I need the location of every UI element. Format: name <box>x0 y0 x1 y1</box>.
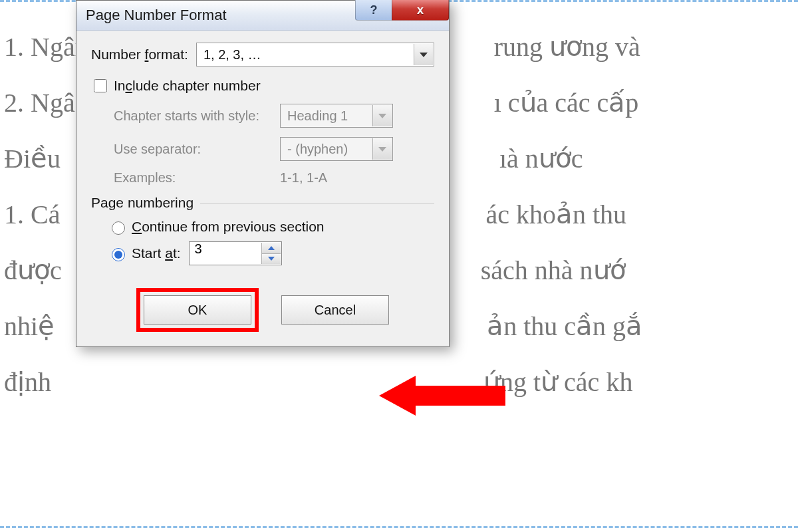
continue-label: Continue from previous section <box>132 219 324 235</box>
start-at-spinner[interactable] <box>189 241 282 265</box>
examples-label: Examples: <box>114 170 280 186</box>
close-icon: x <box>417 3 424 17</box>
number-format-label: Number format: <box>91 47 188 63</box>
page-numbering-header: Page numbering <box>91 195 194 211</box>
separator-label: Use separator: <box>114 142 280 157</box>
svg-marker-0 <box>379 376 505 416</box>
chapter-style-value: Heading 1 <box>281 108 354 124</box>
include-chapter-label: Include chapter number <box>114 78 261 94</box>
help-button[interactable]: ? <box>355 0 392 21</box>
start-at-input[interactable] <box>190 242 267 255</box>
chevron-down-icon[interactable] <box>414 44 433 65</box>
start-at-label: Start at: <box>132 245 181 261</box>
ok-highlight: OK <box>136 288 259 332</box>
chapter-style-combo: Heading 1 <box>280 104 393 128</box>
number-format-combo[interactable]: 1, 2, 3, … <box>196 43 434 66</box>
chapter-style-label: Chapter starts with style: <box>114 108 280 124</box>
dialog-title: Page Number Format <box>76 7 227 24</box>
spin-down-button[interactable] <box>262 254 281 265</box>
page-number-format-dialog: Page Number Format ? x Number format: 1,… <box>76 0 450 347</box>
chapter-options: Chapter starts with style: Heading 1 Use… <box>91 104 434 186</box>
chevron-down-icon <box>372 105 392 126</box>
start-at-radio[interactable] <box>112 248 125 261</box>
examples-value: 1-1, 1-A <box>280 170 327 186</box>
arrow-left-icon <box>379 372 512 419</box>
chevron-down-icon <box>372 138 392 160</box>
spin-up-button[interactable] <box>262 243 281 254</box>
separator-value: - (hyphen) <box>281 142 354 157</box>
separator-combo: - (hyphen) <box>280 137 393 161</box>
divider <box>200 203 434 203</box>
continue-radio[interactable] <box>112 221 125 235</box>
help-icon: ? <box>370 3 378 17</box>
close-button[interactable]: x <box>392 0 449 21</box>
cancel-button[interactable]: Cancel <box>281 295 389 325</box>
number-format-value: 1, 2, 3, … <box>197 47 268 63</box>
arrow-annotation <box>379 372 512 419</box>
include-chapter-checkbox[interactable] <box>94 79 107 92</box>
titlebar[interactable]: Page Number Format ? x <box>76 1 449 31</box>
ok-button[interactable]: OK <box>144 295 251 325</box>
